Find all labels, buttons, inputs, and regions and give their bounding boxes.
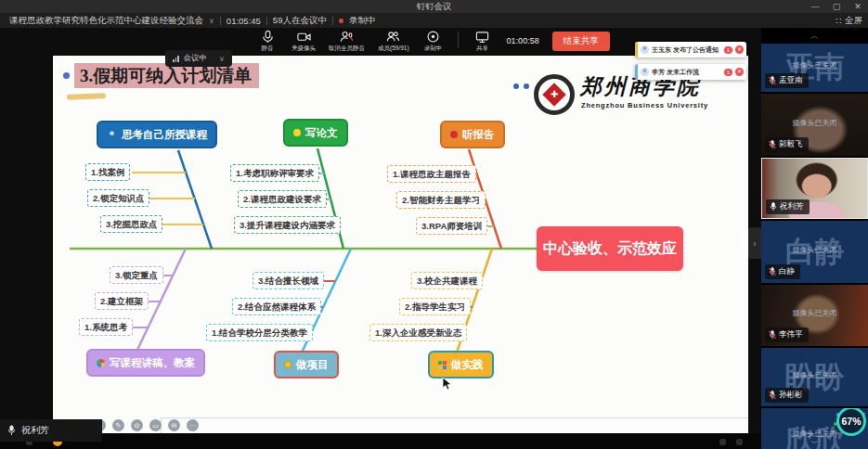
maximize-icon[interactable]: ▢ [830, 2, 843, 11]
meeting-title-dropdown-icon[interactable]: ∨ [209, 17, 214, 25]
camera-icon [297, 30, 311, 44]
participant-tile[interactable]: 摄像头已关闭 郭毅飞 [761, 94, 868, 156]
pencil-icon[interactable]: ✎ [112, 419, 124, 431]
camera-off-label: 摄像头已关闭 [761, 370, 868, 380]
participant-name-chip: 李伟平 [765, 327, 809, 342]
minimize-icon[interactable]: — [809, 2, 822, 11]
camera-off-button[interactable]: 关摄像头 [291, 30, 316, 53]
members-icon [386, 30, 400, 44]
chevron-down-icon: ∨ [219, 55, 225, 63]
divider [220, 17, 221, 25]
mic-muted-icon [769, 391, 776, 400]
participant-count: 59人在会议中 [273, 15, 327, 27]
participant-tile[interactable]: 白静 摄像头已关闭 白静 [761, 221, 868, 283]
avatar [641, 45, 649, 54]
scroll-up-icon[interactable]: ︿ [761, 30, 868, 43]
meeting-status-pill[interactable]: 会议中 ∨ [165, 50, 232, 67]
meeting-toolbar: 静音 关摄像头 取消全员静音 成员(59/91) 录制中 共享 01:00:58… [256, 30, 610, 54]
fishbone-item: 1.结合学校分层分类教学 [206, 324, 313, 341]
record-icon [426, 30, 440, 44]
slide-edge [161, 417, 748, 418]
more-icon[interactable]: ⋯ [187, 419, 199, 431]
branch-header-do-projects: 做项目 [274, 351, 339, 378]
taskbar-icon[interactable] [719, 439, 726, 445]
branch-header-write-lecture-notes: 写课程讲稿、教案 [86, 349, 205, 377]
close-icon[interactable]: ✕ [735, 45, 744, 54]
camera-off-label: 摄像头已关闭 [761, 308, 868, 318]
mic-muted-icon [769, 140, 776, 149]
participant-sidebar: ︿ 亚南 摄像头已关闭 孟亚南 摄像头已关闭 郭毅飞 祝利芳 白静 摄像头已 [761, 28, 868, 449]
speaker-name: 祝利芳 [21, 424, 49, 437]
fishbone-item: 2.建立框架 [95, 292, 149, 310]
meeting-title: 课程思政教学研究特色化示范中心建设经验交流会 [9, 15, 203, 27]
fishbone-item: 1.课程思政主题报告 [387, 165, 476, 183]
participant-tile[interactable]: 欣欣 摄像头已关闭 ﹀ 3.3KB/s 32.9KB/s 67% [761, 408, 868, 449]
fishbone-item: 3.挖掘思政点 [100, 215, 162, 233]
toast-text: 李芳 发来工作流 [652, 68, 724, 77]
fullscreen-grid-icon: ∷ [836, 16, 841, 26]
unmute-all-button[interactable]: 取消全员静音 [329, 30, 365, 53]
participant-tile[interactable]: 盼盼 摄像头已关闭 孙彬彬 [761, 348, 868, 406]
branch-header-do-practice: 做实践 [428, 351, 494, 378]
scroll-down-icon[interactable]: ﹀ [761, 438, 868, 448]
laser-pointer-icon[interactable]: ⊙ [131, 419, 143, 431]
red-dot-icon [450, 131, 458, 138]
share-timer: 01:00:58 [507, 36, 539, 45]
fullscreen-label: 全屏 [845, 15, 862, 27]
dingtalk-meeting-window: 钉钉会议 — ▢ ✕ 课程思政教学研究特色化示范中心建设经验交流会 ∨ 01:0… [0, 0, 868, 449]
palette-icon [97, 359, 105, 367]
fishbone-item: 1.系统思考 [79, 318, 133, 336]
mic-muted-icon [769, 330, 776, 340]
participant-name-chip: 孙彬彬 [765, 388, 809, 403]
university-emblem-icon: ✚ [534, 74, 575, 115]
os-taskbar[interactable] [0, 433, 761, 449]
asterisk-icon: ＊ [107, 128, 117, 142]
mic-icon [261, 30, 275, 44]
fishbone-item: 2.指导学生实习 [399, 298, 471, 315]
members-button[interactable]: 成员(59/91) [378, 30, 409, 53]
participant-name-chip: 祝利芳 [766, 199, 810, 214]
fishbone-item: 3.锁定重点 [110, 266, 163, 284]
participant-tile-active-speaker[interactable]: 祝利芳 [761, 158, 868, 219]
camera-off-label: 摄像头已关闭 [761, 245, 868, 255]
grid-icon [438, 361, 447, 369]
close-icon[interactable]: ✕ [851, 2, 864, 11]
end-share-button[interactable]: 结束共享 [552, 32, 610, 51]
logo-dot [524, 83, 529, 89]
shared-screen-slide: 3.假期可纳入计划清单 ✚ 郑州商学院 Zhengzhou Business U… [53, 56, 748, 433]
message-icon[interactable]: ✉ [168, 419, 180, 431]
window-titlebar: 钉钉会议 — ▢ ✕ [0, 0, 868, 13]
meeting-status-label: 会议中 [184, 53, 208, 64]
fishbone-item: 1.找案例 [85, 163, 130, 181]
fishbone-item: 3.校企共建课程 [411, 272, 483, 289]
divider [266, 17, 267, 25]
unread-badge: 1 [724, 46, 732, 54]
toolbar-divider [458, 32, 459, 48]
close-icon[interactable]: ✕ [735, 68, 744, 76]
share-button[interactable]: 共享 [472, 30, 494, 53]
recording-button[interactable]: 录制中 [422, 30, 445, 53]
participant-tile[interactable]: 摄像头已关闭 李伟平 [761, 285, 868, 346]
taskbar-icon[interactable] [736, 439, 743, 445]
mouse-cursor [442, 377, 453, 391]
participant-tile[interactable]: 亚南 摄像头已关闭 孟亚南 [761, 44, 868, 92]
logo-dot [513, 83, 519, 89]
notification-toast[interactable]: 王玉东 发布了公告通知 1 ✕ [635, 42, 746, 58]
fishbone-item: 3.结合擅长领域 [253, 272, 324, 289]
recording-dot-icon [339, 19, 343, 23]
fishbone-center-box: 中心验收、示范效应 [537, 226, 683, 271]
university-name-en: Zhengzhou Business University [581, 101, 708, 109]
unmute-all-label: 取消全员静音 [329, 45, 365, 53]
clock-icon [284, 361, 291, 368]
notification-toast[interactable]: 李芳 发来工作流 1 ✕ [635, 64, 746, 80]
mute-button[interactable]: 静音 [256, 30, 279, 53]
app-title: 钉钉会议 [0, 1, 868, 13]
fullscreen-button[interactable]: ∷ 全屏 [836, 15, 862, 27]
whiteboard-icon[interactable]: ▭ [149, 419, 162, 431]
camera-off-label: 摄像头已关闭 [761, 60, 868, 71]
sidebar-collapse-button[interactable]: › [748, 227, 761, 259]
share-screen-icon [475, 30, 489, 44]
fishbone-item: 3.RPA师资培训 [416, 217, 487, 235]
participant-name-chip: 白静 [765, 264, 800, 279]
mute-label: 静音 [262, 45, 274, 53]
